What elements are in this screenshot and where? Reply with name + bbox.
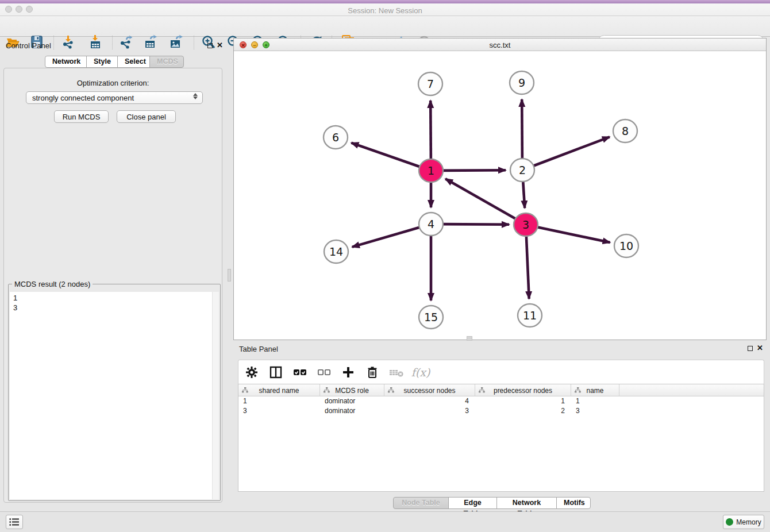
- toolbar-separator: [112, 36, 113, 49]
- tab-network-table[interactable]: Network Table: [496, 497, 557, 509]
- tab-network[interactable]: Network: [45, 56, 87, 68]
- column-header-successor-nodes[interactable]: successor nodes: [384, 384, 475, 396]
- node-label: 3: [522, 218, 529, 231]
- table-row[interactable]: 1dominator411: [238, 396, 764, 406]
- network-edge[interactable]: [442, 170, 506, 171]
- memory-button[interactable]: Memory: [723, 515, 764, 529]
- mcds-result-title: MCDS result (2 nodes): [12, 280, 93, 288]
- tab-node-table[interactable]: Node Table: [393, 497, 449, 509]
- close-panel-button[interactable]: Close panel: [117, 110, 176, 123]
- node-label: 4: [428, 218, 434, 230]
- node-label: 1: [428, 164, 434, 177]
- delete-table-icon: [388, 364, 405, 380]
- network-node[interactable]: 1: [419, 159, 443, 182]
- table-cell[interactable]: 1: [475, 396, 571, 406]
- tab-motifs[interactable]: Motifs: [556, 497, 591, 509]
- table-panel-title: Table Panel: [239, 345, 278, 353]
- network-edge[interactable]: [351, 143, 421, 167]
- network-node[interactable]: 11: [518, 304, 542, 327]
- table-cell[interactable]: 4: [384, 396, 475, 406]
- table-cell[interactable]: 3: [238, 406, 320, 416]
- network-view-window: ✕ − + scc.txt 7968124314101511: [233, 38, 767, 340]
- task-history-button[interactable]: [6, 515, 23, 529]
- table-cell[interactable]: 3: [571, 406, 619, 416]
- node-label: 6: [332, 131, 339, 144]
- network-node[interactable]: 6: [324, 126, 348, 149]
- network-edge[interactable]: [522, 99, 522, 159]
- table-panel-float-icon[interactable]: [748, 346, 753, 351]
- vertical-splitter-grip[interactable]: [228, 269, 231, 282]
- network-node[interactable]: 14: [324, 240, 348, 263]
- export-image-icon[interactable]: [168, 34, 184, 50]
- network-window-titlebar[interactable]: ✕ − + scc.txt: [234, 38, 766, 51]
- run-mcds-button[interactable]: Run MCDS: [54, 110, 109, 123]
- network-edge[interactable]: [445, 179, 516, 219]
- control-panel-title: Control Panel: [6, 41, 51, 50]
- network-node[interactable]: 7: [418, 72, 442, 95]
- network-edge[interactable]: [526, 236, 529, 299]
- import-table-icon[interactable]: [87, 34, 103, 50]
- result-line: 3: [10, 303, 219, 313]
- node-label: 10: [619, 240, 633, 252]
- tab-style[interactable]: Style: [86, 56, 118, 68]
- network-node[interactable]: 8: [613, 119, 637, 142]
- column-header-predecessor-nodes[interactable]: predecessor nodes: [475, 384, 571, 396]
- column-header-MCDS-role[interactable]: MCDS role: [320, 384, 384, 396]
- network-node[interactable]: 3: [514, 213, 538, 236]
- optimization-criterion-label: Optimization criterion:: [3, 79, 222, 87]
- network-edge[interactable]: [533, 137, 610, 166]
- tab-edge-table[interactable]: Edge Table: [448, 497, 497, 509]
- toolbar-separator: [53, 36, 54, 49]
- export-table-icon[interactable]: [143, 34, 159, 50]
- table-cell[interactable]: dominator: [320, 396, 384, 406]
- delete-column-icon[interactable]: [364, 364, 380, 380]
- tab-mcds[interactable]: MCDS: [149, 56, 184, 68]
- network-node[interactable]: 15: [419, 306, 443, 329]
- window-title: Session: New Session: [0, 6, 770, 15]
- tab-select[interactable]: Select: [117, 56, 150, 68]
- memory-status-icon: [726, 518, 733, 526]
- network-node[interactable]: 10: [614, 234, 638, 257]
- network-edge[interactable]: [430, 101, 431, 160]
- network-node[interactable]: 2: [510, 159, 534, 182]
- network-edge[interactable]: [523, 181, 525, 208]
- network-window-title: scc.txt: [234, 41, 766, 49]
- table-cell[interactable]: 3: [384, 406, 475, 416]
- select-all-checks-icon[interactable]: [292, 364, 308, 380]
- show-column-icon[interactable]: [268, 364, 284, 380]
- list-icon: [9, 518, 20, 526]
- network-edge[interactable]: [352, 227, 421, 247]
- column-header-shared-name[interactable]: shared name: [238, 384, 320, 396]
- export-network-icon[interactable]: [118, 34, 134, 50]
- result-scrollbar[interactable]: [212, 292, 219, 499]
- node-label: 7: [427, 78, 434, 90]
- table-cell[interactable]: 2: [475, 406, 571, 416]
- network-edge[interactable]: [537, 227, 610, 242]
- select-stepper-icon: [193, 93, 198, 99]
- table-panel-close-icon[interactable]: ✕: [757, 345, 763, 352]
- add-column-icon[interactable]: [340, 364, 356, 380]
- toolbar-separator: [194, 36, 194, 49]
- table-cell[interactable]: 1: [238, 396, 320, 406]
- table-cell[interactable]: dominator: [320, 406, 384, 416]
- horizontal-splitter-grip[interactable]: [467, 336, 472, 341]
- network-node[interactable]: 9: [510, 71, 534, 94]
- node-table[interactable]: shared nameMCDS rolesuccessor nodesprede…: [238, 384, 764, 492]
- criterion-select[interactable]: strongly connected component: [26, 91, 203, 104]
- control-panel-close-icon[interactable]: ✕: [217, 42, 223, 49]
- table-cell[interactable]: 1: [571, 396, 619, 406]
- network-canvas[interactable]: 7968124314101511: [234, 51, 766, 340]
- import-network-icon[interactable]: [60, 34, 76, 50]
- node-label: 15: [424, 311, 438, 323]
- mcds-result-textarea[interactable]: 13: [10, 292, 219, 499]
- network-node[interactable]: 4: [419, 213, 443, 236]
- table-row[interactable]: 3dominator323: [238, 406, 764, 416]
- network-edge[interactable]: [442, 224, 509, 225]
- unselect-all-checks-icon[interactable]: [316, 364, 332, 380]
- result-line: 1: [10, 293, 219, 303]
- column-header-name[interactable]: name: [571, 384, 619, 396]
- table-options-gear-icon[interactable]: [244, 364, 260, 380]
- table-panel-tabs: Node Table Edge Table Network Table Moti…: [393, 497, 591, 509]
- control-panel-float-icon[interactable]: [207, 43, 213, 48]
- criterion-value: strongly connected component: [32, 94, 134, 102]
